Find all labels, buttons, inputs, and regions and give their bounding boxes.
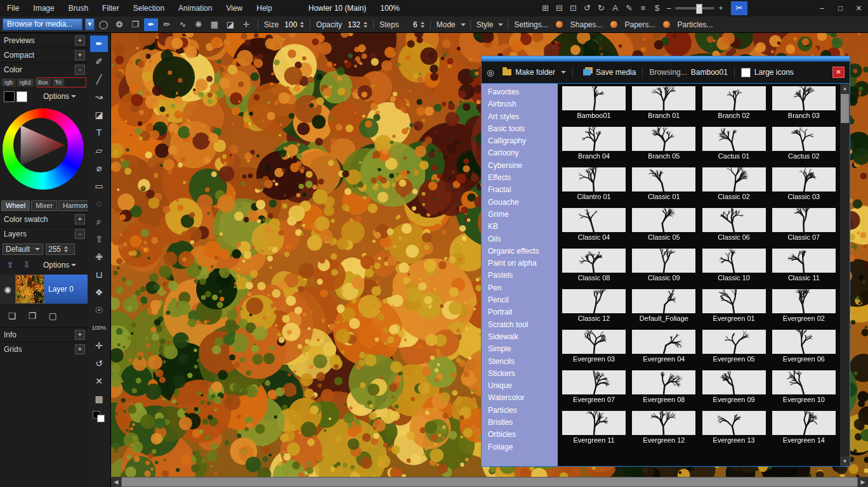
color-mode-tab[interactable]: rgb [1, 78, 16, 87]
media-item[interactable]: Classic 11 [769, 249, 839, 289]
media-item[interactable]: Classic 06 [699, 208, 769, 249]
category-item[interactable]: Basic tools [482, 123, 558, 135]
category-item[interactable]: Organic effects [482, 245, 558, 257]
background-color-swatch[interactable] [16, 91, 27, 102]
menu-item[interactable]: Image [26, 0, 61, 16]
media-item[interactable]: Evergreen 04 [629, 330, 699, 370]
opacity-value[interactable]: 132 [345, 20, 360, 29]
category-item[interactable]: Pastels [482, 269, 558, 282]
compact-expand-button[interactable]: + [75, 50, 85, 60]
category-item[interactable]: Grime [482, 209, 558, 221]
media-item[interactable]: Cilantro 01 [559, 167, 629, 208]
layer-action-button[interactable]: ❐ [25, 309, 39, 322]
menubar-icon[interactable]: ✎ [622, 2, 636, 15]
media-item[interactable]: Classic 10 [699, 249, 769, 289]
scroll-track[interactable] [840, 124, 850, 457]
media-item[interactable]: Evergreen 07 [559, 370, 629, 411]
shapes-button[interactable]: Shapes... [570, 20, 603, 29]
color-mode-tab[interactable]: rgb2 [16, 78, 34, 87]
menubar-icon[interactable]: ⊡ [567, 2, 580, 15]
layers-section-header[interactable]: Layers - [0, 226, 88, 241]
tool-button[interactable]: ✕ [90, 373, 108, 389]
category-item[interactable]: Unique [482, 380, 558, 392]
large-icons-checkbox[interactable] [741, 68, 751, 77]
media-item[interactable]: Cactus 01 [699, 127, 769, 167]
menu-item[interactable]: Help [249, 0, 279, 16]
media-item[interactable]: Evergreen 10 [769, 370, 839, 411]
style-dropdown-caret[interactable] [498, 23, 503, 26]
toolbar-icon[interactable]: ✒ [144, 18, 158, 31]
media-item[interactable]: Classic 05 [629, 208, 699, 249]
particles-button[interactable]: Particles... [678, 20, 713, 29]
tool-button[interactable]: ◌ [90, 195, 108, 212]
menu-item[interactable]: View [219, 0, 249, 16]
tool-button[interactable]: ▭ [90, 178, 108, 194]
media-item[interactable]: Evergreen 06 [769, 330, 839, 370]
category-item[interactable]: Simple [482, 343, 558, 355]
layer-action-button[interactable]: ❏ [5, 309, 19, 322]
blend-mode-dropdown[interactable]: Default [3, 244, 43, 255]
color-collapse-button[interactable]: - [75, 65, 85, 75]
tool-button[interactable]: ⌕ [90, 213, 108, 230]
toolbar-icon[interactable]: ❐ [128, 18, 142, 31]
category-item[interactable]: Calligraphy [482, 135, 558, 147]
media-item[interactable]: Evergreen 12 [629, 411, 699, 451]
mode-dropdown-label[interactable]: Mode [437, 20, 456, 29]
tool-button[interactable]: ⌀ [90, 160, 108, 176]
category-item[interactable]: Watercolor [482, 392, 558, 404]
media-item[interactable]: Evergreen 14 [769, 411, 839, 451]
media-item[interactable]: Classic 09 [629, 249, 699, 289]
media-item[interactable]: Evergreen 09 [699, 370, 769, 411]
mode-dropdown-caret[interactable] [461, 23, 466, 26]
category-item[interactable]: Stencils [482, 356, 558, 368]
media-item[interactable]: Branch 01 [629, 86, 699, 127]
scroll-down-button[interactable]: ▼ [840, 457, 850, 466]
horizontal-scrollbar[interactable]: ◀ ▶ [111, 477, 868, 487]
scroll-up-button[interactable]: ▲ [840, 84, 850, 93]
menu-item[interactable]: File [0, 0, 26, 16]
color-swatch-expand-button[interactable]: + [75, 214, 85, 224]
grids-expand-button[interactable]: + [75, 344, 85, 354]
category-item[interactable]: Effects [482, 172, 558, 184]
category-item[interactable]: Cybersine [482, 160, 558, 172]
category-item[interactable]: Scratch tool [482, 319, 558, 331]
media-item[interactable]: Classic 07 [769, 208, 839, 249]
category-item[interactable]: Sidewalk [482, 331, 558, 343]
tool-button[interactable]: ▩ [90, 391, 108, 407]
menu-item[interactable]: Selection [126, 0, 171, 16]
media-item[interactable]: Evergreen 13 [699, 411, 769, 451]
category-item[interactable]: KB [482, 221, 558, 233]
tool-button[interactable]: ◪ [90, 107, 108, 123]
layer-thumbnail[interactable] [15, 275, 44, 304]
zoom-slider-thumb[interactable] [696, 4, 702, 14]
category-item[interactable]: Bristles [482, 417, 558, 429]
make-folder-caret[interactable] [561, 71, 566, 74]
category-item[interactable]: Foliage [482, 441, 558, 453]
media-close-button[interactable]: ✕ [832, 67, 845, 78]
layer-visibility-icon[interactable]: ◉ [0, 275, 15, 304]
category-item[interactable]: Favorites [482, 86, 558, 98]
layer-options-dropdown[interactable]: Options [43, 261, 76, 269]
media-item[interactable]: Evergreen 03 [559, 330, 629, 370]
category-item[interactable]: Fractal [482, 184, 558, 196]
tool-button[interactable]: ✙ [90, 249, 108, 265]
fg-bg-mini-swatch[interactable] [93, 411, 105, 422]
wheel-tab[interactable]: Mixer [31, 200, 57, 211]
media-item[interactable]: Branch 02 [699, 86, 769, 127]
style-dropdown-label[interactable]: Style [477, 20, 494, 29]
previews-section-header[interactable]: Previews + [0, 33, 88, 48]
layer-up-button[interactable]: ⇧ [4, 259, 16, 271]
tool-button[interactable]: ⇧ [90, 231, 108, 247]
menu-item[interactable]: Animation [171, 0, 219, 16]
info-expand-button[interactable]: + [75, 330, 85, 340]
media-item[interactable]: Branch 04 [559, 127, 629, 167]
menubar-icon[interactable]: ⊞ [539, 2, 552, 15]
scroll-right-button[interactable]: ▶ [858, 477, 868, 487]
toolbar-icon[interactable]: ✏ [160, 18, 174, 31]
category-item[interactable]: Pencil [482, 294, 558, 306]
category-item[interactable]: Cartoony [482, 147, 558, 159]
media-item[interactable]: Cactus 02 [769, 127, 839, 167]
media-item[interactable]: Classic 08 [559, 249, 629, 289]
menubar-icon[interactable]: $ [650, 2, 664, 15]
settings-button[interactable]: Settings... [514, 20, 548, 29]
